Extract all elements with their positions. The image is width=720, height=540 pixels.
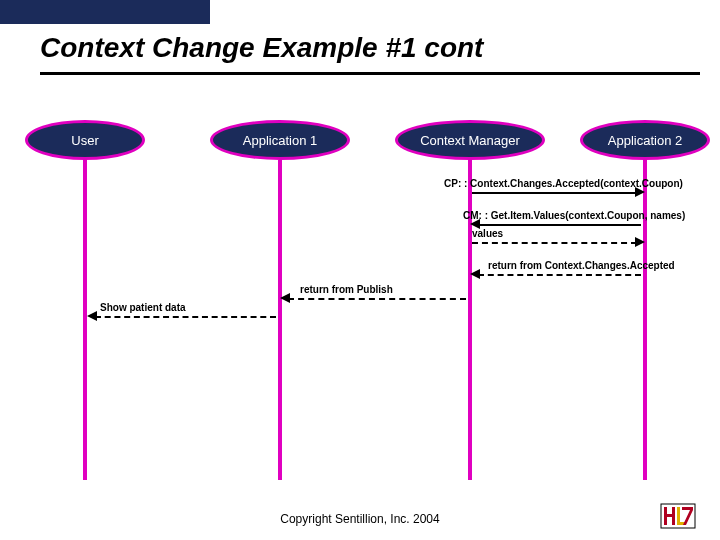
actor-user: User [25,120,145,160]
actor-app1-label: Application 1 [243,133,317,148]
msg-get-item-values: CM: : Get.Item.Values(context.Coupon, na… [463,210,685,221]
actor-app1: Application 1 [210,120,350,160]
lifeline-app1 [278,160,282,480]
arrow-m4-head [470,269,480,279]
actor-app2: Application 2 [580,120,710,160]
actor-app2-label: Application 2 [608,133,682,148]
lifeline-app2 [643,160,647,480]
msg-cp-changes-accepted: CP: : Context.Changes.Accepted(context.C… [444,178,683,189]
arrow-m4 [478,274,641,276]
msg-values: values [472,228,503,239]
lifeline-cm [468,160,472,480]
arrow-m5-head [280,293,290,303]
arrow-m6-head [87,311,97,321]
copyright-text: Copyright Sentillion, Inc. 2004 [0,512,720,526]
hl7-logo-icon [660,502,696,530]
actor-cm-label: Context Manager [420,133,520,148]
arrow-m5 [288,298,466,300]
msg-return-cca: return from Context.Changes.Accepted [488,260,675,271]
arrow-m2 [478,224,641,226]
arrow-m1 [472,192,637,194]
actor-context-manager: Context Manager [395,120,545,160]
arrow-m3 [472,242,637,244]
actor-user-label: User [71,133,98,148]
svg-rect-3 [664,514,675,517]
msg-show-patient-data: Show patient data [100,302,186,313]
msg-return-publish: return from Publish [300,284,393,295]
sequence-diagram: User Application 1 Context Manager Appli… [0,0,720,540]
arrow-m1-head [635,187,645,197]
arrow-m3-head [635,237,645,247]
arrow-m6 [95,316,276,318]
